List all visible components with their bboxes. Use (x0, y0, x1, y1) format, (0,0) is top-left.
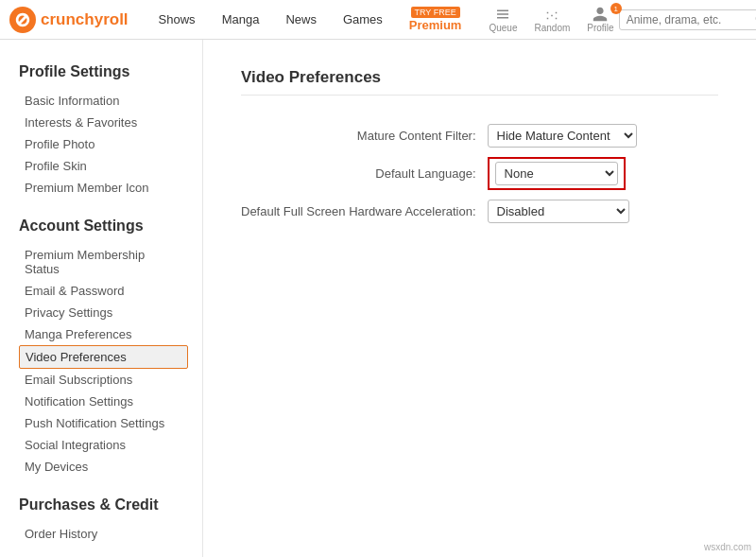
sidebar-item-premium-member-icon[interactable]: Premium Member Icon (19, 177, 188, 199)
mature-content-select[interactable]: Hide Mature Content Show Mature Content (488, 124, 637, 148)
sidebar-item-notification-settings[interactable]: Notification Settings (19, 391, 188, 412)
default-language-select[interactable]: None English Japanese Spanish French (495, 162, 618, 185)
sidebar: Profile Settings Basic Information Inter… (0, 40, 203, 557)
content-area: Video Preferences Mature Content Filter:… (203, 40, 756, 557)
random-label: Random (534, 23, 570, 33)
section-heading: Video Preferences (241, 68, 718, 96)
watermark: wsxdn.com (704, 542, 751, 552)
sidebar-item-basic-information[interactable]: Basic Information (19, 90, 188, 112)
hardware-acceleration-row: Default Full Screen Hardware Acceleratio… (241, 200, 637, 223)
queue-icon-item[interactable]: Queue (484, 6, 522, 33)
sidebar-item-push-notifications[interactable]: Push Notification Settings (19, 412, 188, 434)
purchases-credit-title: Purchases & Credit (19, 496, 188, 513)
profile-icon-item[interactable]: 1 Profile (582, 6, 618, 33)
default-language-label: Default Language: (241, 157, 488, 190)
mature-content-control: Hide Mature Content Show Mature Content (488, 124, 637, 148)
logo-icon (9, 7, 36, 33)
profile-badge: 1 (610, 3, 622, 14)
sidebar-item-video-preferences[interactable]: Video Preferences (19, 345, 188, 369)
sidebar-item-email-subscriptions[interactable]: Email Subscriptions (19, 369, 188, 391)
search-input[interactable] (627, 13, 749, 26)
search-box[interactable] (619, 9, 756, 30)
queue-icon (494, 6, 511, 23)
account-settings-title: Account Settings (19, 218, 188, 235)
sidebar-item-order-history[interactable]: Order History (19, 523, 188, 545)
sidebar-item-email-password[interactable]: Email & Password (19, 280, 188, 302)
nav-news[interactable]: News (272, 0, 330, 40)
sidebar-item-social-integrations[interactable]: Social Integrations (19, 434, 188, 456)
profile-icon (592, 6, 609, 23)
default-language-highlight: None English Japanese Spanish French (488, 157, 626, 190)
hardware-acceleration-label: Default Full Screen Hardware Acceleratio… (241, 200, 488, 223)
queue-label: Queue (489, 23, 517, 33)
sidebar-item-privacy-settings[interactable]: Privacy Settings (19, 302, 188, 323)
profile-label: Profile (587, 23, 613, 33)
premium-label: Premium (409, 18, 462, 32)
random-icon (543, 6, 560, 23)
hardware-acceleration-select[interactable]: Disabled Enabled (488, 200, 629, 223)
hardware-acceleration-control: Disabled Enabled (488, 200, 637, 223)
mature-content-row: Mature Content Filter: Hide Mature Conte… (241, 124, 637, 148)
default-language-control: None English Japanese Spanish French (488, 157, 637, 190)
profile-settings-title: Profile Settings (19, 63, 188, 80)
main-layout: Profile Settings Basic Information Inter… (0, 40, 756, 557)
try-free-badge: TRY FREE (411, 7, 460, 19)
logo-text: crunchyroll (41, 10, 129, 29)
settings-table: Mature Content Filter: Hide Mature Conte… (241, 114, 637, 233)
sidebar-item-manga-preferences[interactable]: Manga Preferences (19, 323, 188, 345)
nav-shows[interactable]: Shows (146, 0, 209, 40)
random-icon-item[interactable]: Random (529, 6, 575, 33)
sidebar-item-my-devices[interactable]: My Devices (19, 456, 188, 478)
nav-links: Shows Manga News Games TRY FREE Premium (146, 0, 475, 40)
default-language-row: Default Language: None English Japanese … (241, 157, 637, 190)
nav-games[interactable]: Games (330, 0, 396, 40)
logo-area[interactable]: crunchyroll (9, 7, 129, 33)
mature-content-label: Mature Content Filter: (241, 124, 488, 148)
nav-icons: Queue Random 1 Profile (484, 6, 618, 33)
sidebar-item-profile-skin[interactable]: Profile Skin (19, 155, 188, 177)
sidebar-item-profile-photo[interactable]: Profile Photo (19, 133, 188, 155)
nav-manga[interactable]: Manga (209, 0, 273, 40)
nav-premium[interactable]: TRY FREE Premium (396, 0, 475, 40)
sidebar-item-interests-favorites[interactable]: Interests & Favorites (19, 112, 188, 133)
sidebar-item-premium-membership[interactable]: Premium Membership Status (19, 244, 188, 280)
top-navigation: crunchyroll Shows Manga News Games TRY F… (0, 0, 756, 40)
